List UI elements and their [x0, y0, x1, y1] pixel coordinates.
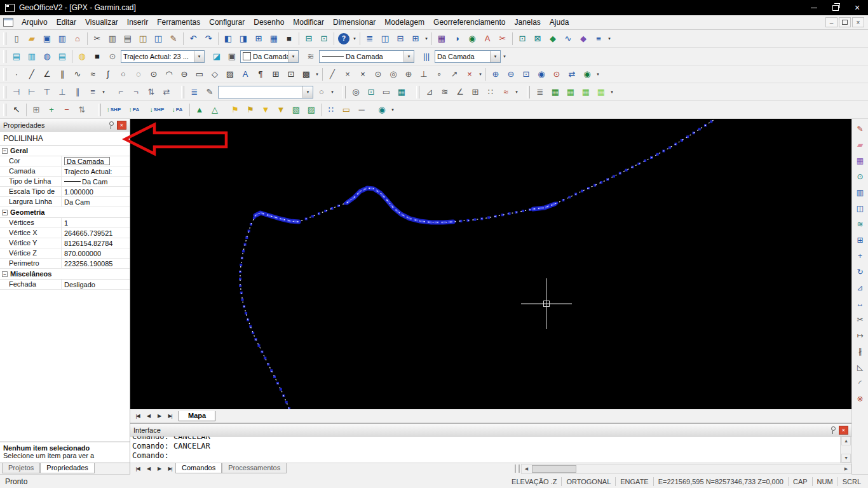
draw-table-icon[interactable]: ⊞ [268, 67, 283, 82]
value-box[interactable]: Da Camada [64, 157, 110, 165]
align-bottom-icon[interactable]: ⊥ [55, 85, 70, 100]
draw-arc-icon[interactable]: ◠ [161, 67, 177, 82]
menu-janelas[interactable]: Janelas [510, 16, 545, 29]
linetype-icon-icon[interactable]: ≋ [303, 49, 318, 64]
annotation-note-icon[interactable]: ▭ [379, 85, 394, 100]
layer-query-icon[interactable]: ◍ [39, 49, 55, 64]
draw-ellipse-icon[interactable]: ⊖ [177, 67, 192, 82]
edit-attributes-icon[interactable]: ✎ [853, 121, 867, 136]
collapse-tool-icon[interactable]: ─ [354, 102, 369, 118]
linetype-combo[interactable]: Da Camada▾ [319, 50, 414, 63]
draw-line-icon[interactable]: ╱ [24, 67, 39, 82]
menu-visualizar[interactable]: Visualizar [81, 16, 123, 29]
terrain-contours-icon[interactable]: ▦ [563, 85, 578, 100]
block-combo[interactable]: ▾ [218, 86, 313, 98]
cut-icon[interactable]: ✂ [90, 31, 105, 46]
draw-text-icon[interactable]: A [238, 67, 253, 82]
restore-document-button[interactable] [839, 17, 851, 27]
ruler-icon[interactable]: ▭ [339, 102, 354, 118]
layer-on-off-icon[interactable]: ◍ [74, 49, 90, 64]
draw-spline-icon[interactable]: ≈ [85, 67, 100, 82]
dropdown-arrow[interactable]: ▾ [329, 85, 336, 99]
match-circle-icon[interactable]: ⊙ [853, 169, 867, 184]
trim-icon[interactable]: ✂ [853, 312, 867, 327]
scale-icon[interactable]: ⊿ [853, 280, 867, 295]
status-orthogonal[interactable]: ORTOGONAL [562, 478, 615, 485]
measure-multiple-icon[interactable]: ∷ [483, 85, 498, 100]
materials-icon[interactable]: ◆ [576, 31, 591, 46]
block-edit-icon[interactable]: ✎ [202, 85, 217, 100]
insert-symbol-icon[interactable]: ○ [314, 85, 329, 100]
fillet-icon[interactable]: ◜ [853, 376, 867, 390]
property-row-tipo-de-linha[interactable]: Tipo de LinhaDa Cam [0, 177, 130, 187]
waypoint-pin-icon[interactable]: ⚑ [227, 102, 243, 118]
flip-vertical-icon[interactable]: ⇅ [144, 85, 159, 100]
hatch-area-2-icon[interactable]: ▨ [304, 102, 319, 118]
layer-combo[interactable]: Trajecto Actual: 23 ...▾ [121, 50, 205, 63]
draw-angle-line-icon[interactable]: ∠ [39, 67, 55, 82]
zoom-realtime-icon[interactable]: ◉ [580, 67, 595, 82]
dropdown-arrow[interactable]: ▾ [314, 67, 320, 81]
horizontal-scrollbar[interactable]: ◀ ▶ [521, 464, 851, 474]
menu-ferramentas[interactable]: Ferramentas [153, 16, 205, 29]
align-right-icon[interactable]: ⊢ [24, 85, 39, 100]
color-mode-icon[interactable]: ▣ [224, 49, 240, 64]
chamfer-icon[interactable]: ◺ [853, 360, 867, 374]
terrain-slope-icon[interactable]: ▦ [578, 85, 593, 100]
dropdown-arrow[interactable]: ▾ [477, 67, 484, 81]
offset-icon[interactable]: ≋ [853, 217, 867, 231]
toolbar-grip[interactable] [3, 86, 6, 98]
layer-lock-icon[interactable]: ⊙ [105, 49, 120, 64]
project-tree-icon[interactable]: ≣ [362, 31, 377, 46]
draw-circle-2p-icon[interactable]: ◌ [131, 67, 146, 82]
scroll-up-icon[interactable]: ▲ [841, 437, 851, 445]
tab-propriedades[interactable]: Propriedades [40, 463, 94, 473]
screen-settings-icon[interactable]: ⊠ [530, 31, 545, 46]
nav-last-button[interactable]: ▶| [165, 463, 175, 473]
document-icon[interactable] [3, 18, 13, 27]
distribute-vertical-icon[interactable]: ≡ [85, 85, 100, 100]
property-group-geometria[interactable]: −Geometria [0, 207, 130, 218]
nav-first-button[interactable]: |◀ [132, 463, 143, 473]
snap-midpoint-icon[interactable]: × [340, 67, 355, 82]
extend-icon[interactable]: ↦ [853, 328, 867, 342]
collapse-icon[interactable]: − [2, 148, 8, 154]
scrollbar-track[interactable] [531, 464, 841, 473]
measure-angle-icon[interactable]: ∠ [452, 85, 468, 100]
layer-combo-arrow[interactable]: ▾ [194, 51, 204, 62]
menu-modificar[interactable]: Modificar [288, 16, 329, 29]
lineweight-combo-arrow[interactable]: ▾ [490, 51, 500, 62]
toolbar-grip[interactable] [342, 86, 346, 98]
help-icon[interactable]: ? [338, 33, 349, 44]
zoom-in-icon[interactable]: ⊕ [488, 67, 503, 82]
pin-icon[interactable] [108, 121, 114, 129]
draw-region-icon[interactable]: ▩ [299, 67, 314, 82]
tin-edit-icon[interactable]: △ [207, 102, 222, 118]
tab-projetos[interactable]: Projetos [2, 463, 40, 473]
import-shp-button[interactable]: ↑SHP [104, 102, 124, 118]
scroll-left-icon[interactable]: ◀ [522, 464, 531, 473]
property-row-vértices[interactable]: Vértices1 [0, 218, 130, 228]
viewport-full-icon[interactable]: ■ [281, 31, 297, 46]
property-row-perimetro[interactable]: Perimetro223256.190085 [0, 259, 130, 269]
menu-inserir[interactable]: Inserir [123, 16, 153, 29]
dropdown-arrow[interactable]: ▾ [351, 32, 358, 46]
status-scrl[interactable]: SCRL [838, 478, 865, 485]
import-pa-button[interactable]: ↑PA [124, 102, 144, 118]
drawing-canvas[interactable] [130, 119, 851, 409]
viewport-quad-icon[interactable]: ⊞ [251, 31, 266, 46]
rotate-icon[interactable]: ↻ [853, 264, 867, 279]
waypoint-add-icon[interactable]: ⚑ [243, 102, 258, 118]
snap-tangent-icon[interactable]: ⊕ [401, 67, 416, 82]
layer-freeze-icon[interactable]: ■ [90, 49, 105, 64]
dropdown-arrow[interactable]: ▾ [513, 85, 520, 99]
property-row-vértice-y[interactable]: Vértice Y8126154.82784 [0, 238, 130, 248]
redo-icon[interactable]: ↷ [201, 31, 216, 46]
status-coordinates[interactable]: E=221569,595 N=8257346,733 Z=0,000 [654, 478, 788, 485]
snap-perpendicular-icon[interactable]: ⊥ [416, 67, 431, 82]
nav-next-button[interactable]: ▶ [154, 463, 165, 473]
mirror-icon[interactable]: ◫ [853, 201, 867, 215]
tile-vertical-icon[interactable]: ◫ [377, 31, 393, 46]
globe-icon[interactable]: ◉ [465, 31, 480, 46]
property-row-vértice-x[interactable]: Vértice X264665.739521 [0, 228, 130, 238]
